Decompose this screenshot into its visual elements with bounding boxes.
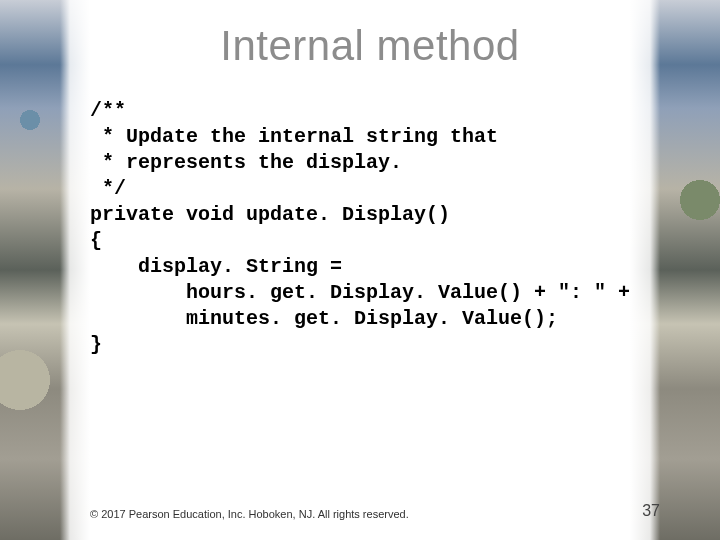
slide-content: Internal method /** * Update the interna… bbox=[70, 0, 670, 540]
page-number: 37 bbox=[642, 502, 660, 520]
slide-title: Internal method bbox=[70, 22, 670, 70]
slide: Internal method /** * Update the interna… bbox=[0, 0, 720, 540]
copyright-text: © 2017 Pearson Education, Inc. Hoboken, … bbox=[90, 508, 409, 520]
footer: © 2017 Pearson Education, Inc. Hoboken, … bbox=[90, 502, 660, 520]
code-block: /** * Update the internal string that * … bbox=[90, 98, 670, 358]
